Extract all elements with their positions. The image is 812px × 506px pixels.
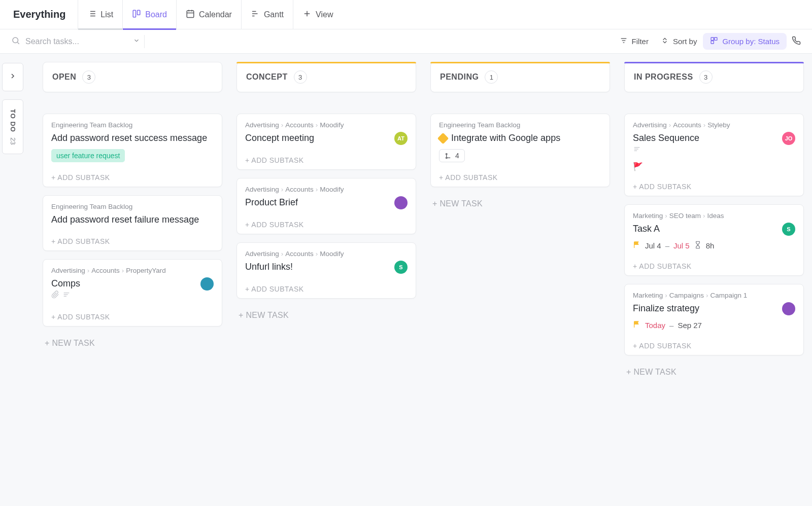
- assignee-avatar[interactable]: [782, 302, 795, 315]
- chevron-right-icon: ›: [281, 121, 284, 129]
- card-breadcrumb: Marketing›Campaigns›Campaign 1: [633, 292, 795, 299]
- tab-label: Calendar: [199, 10, 232, 19]
- add-subtask-button[interactable]: + ADD SUBTASK: [245, 152, 408, 164]
- tab-list[interactable]: List: [78, 0, 122, 29]
- card-title: Integrate with Google apps: [439, 132, 560, 144]
- task-card[interactable]: Advertising›Accounts›MoodifyUnfurl links…: [236, 242, 416, 299]
- card-title: Concept meeting: [245, 132, 314, 144]
- due-date[interactable]: Sep 27: [678, 321, 702, 330]
- task-card[interactable]: Marketing›SEO team›IdeasTask ASJul 4–Jul…: [624, 204, 804, 276]
- new-task-button[interactable]: + NEW TASK: [430, 195, 610, 212]
- task-card[interactable]: Marketing›Campaigns›Campaign 1Finalize s…: [624, 284, 804, 355]
- column-header[interactable]: IN PROGRESS3: [624, 62, 804, 92]
- vertical-group-todo[interactable]: TO DO 23: [2, 99, 23, 154]
- task-card[interactable]: Engineering Team BacklogAdd password res…: [43, 114, 222, 187]
- assignee-avatar[interactable]: S: [782, 223, 795, 236]
- add-subtask-button[interactable]: + ADD SUBTASK: [245, 281, 408, 293]
- breadcrumb-item: Engineering Team Backlog: [51, 121, 132, 129]
- sort-icon: [661, 37, 669, 46]
- add-subtask-button[interactable]: + ADD SUBTASK: [51, 169, 214, 182]
- task-card[interactable]: Engineering Team BacklogAdd password res…: [43, 195, 222, 250]
- start-date[interactable]: Today: [645, 321, 665, 330]
- column-count: 3: [294, 70, 307, 84]
- add-subtask-button[interactable]: + ADD SUBTASK: [633, 178, 795, 191]
- calendar-icon: [186, 9, 195, 20]
- flag-icon[interactable]: 🚩: [633, 162, 643, 171]
- phone-button[interactable]: [792, 36, 801, 47]
- new-task-button[interactable]: + NEW TASK: [43, 335, 222, 352]
- search-expand[interactable]: [129, 35, 145, 48]
- add-subtask-button[interactable]: + ADD SUBTASK: [51, 309, 214, 321]
- task-card[interactable]: Advertising›Accounts›MoodifyConcept meet…: [236, 114, 416, 170]
- add-subtask-button[interactable]: + ADD SUBTASK: [439, 169, 601, 182]
- column-header[interactable]: CONCEPT3: [236, 62, 416, 92]
- group-by-button[interactable]: Group by: Status: [703, 33, 787, 50]
- column-body: Engineering Team BacklogAdd password res…: [43, 114, 222, 352]
- due-date[interactable]: Jul 5: [673, 241, 690, 250]
- plus-icon: [302, 9, 312, 20]
- card-title: Comps: [51, 277, 80, 302]
- card-breadcrumb: Advertising›Accounts›Moodify: [245, 250, 408, 258]
- tab-board[interactable]: Board: [122, 0, 176, 29]
- column-header[interactable]: PENDING1: [430, 62, 610, 92]
- chevron-right-icon: ›: [703, 121, 706, 129]
- flag-icon[interactable]: [633, 241, 641, 251]
- expand-groups-button[interactable]: [2, 63, 23, 91]
- add-subtask-button[interactable]: + ADD SUBTASK: [245, 216, 408, 229]
- left-rail: TO DO 23: [0, 54, 25, 506]
- subtask-count-pill[interactable]: 4: [439, 149, 465, 162]
- breadcrumb-item: Marketing: [633, 212, 663, 220]
- chevron-right-icon: ›: [122, 267, 124, 274]
- column-count: 3: [82, 70, 95, 84]
- svg-line-18: [17, 42, 19, 44]
- breadcrumb-item: Advertising: [245, 186, 279, 193]
- search-input[interactable]: [25, 37, 127, 46]
- chevron-right-icon: [9, 72, 17, 82]
- svg-rect-7: [138, 10, 140, 15]
- tab-calendar[interactable]: Calendar: [176, 0, 241, 29]
- time-estimate[interactable]: 8h: [706, 241, 715, 250]
- start-date[interactable]: Jul 4: [645, 241, 661, 250]
- card-title-row: Finalize strategy: [633, 302, 795, 315]
- assignee-avatar[interactable]: JO: [782, 132, 795, 145]
- column-header[interactable]: OPEN3: [43, 62, 222, 92]
- column-title: CONCEPT: [246, 73, 288, 82]
- card-breadcrumb: Engineering Team Backlog: [51, 203, 214, 210]
- column-color-bar: [430, 62, 610, 63]
- tab-label: Board: [145, 10, 167, 19]
- tab-add-view[interactable]: View: [293, 0, 342, 29]
- sort-button[interactable]: Sort by: [655, 33, 703, 49]
- new-task-button[interactable]: + NEW TASK: [236, 307, 416, 324]
- hourglass-icon: [694, 241, 702, 250]
- view-tabs: List Board Calendar Gantt View: [78, 0, 342, 29]
- assignee-avatar[interactable]: S: [394, 261, 408, 274]
- task-card[interactable]: Advertising›Accounts›MoodifyProduct Brie…: [236, 178, 416, 234]
- task-card[interactable]: Engineering Team BacklogIntegrate with G…: [430, 114, 610, 187]
- add-subtask-button[interactable]: + ADD SUBTASK: [633, 338, 795, 350]
- tab-label: Gantt: [264, 10, 284, 19]
- flag-icon[interactable]: [633, 320, 641, 331]
- assignee-avatar[interactable]: [200, 277, 214, 291]
- card-title: Product Brief: [245, 196, 298, 208]
- assignee-avatar[interactable]: [394, 196, 408, 209]
- assignee-avatar[interactable]: AT: [394, 132, 408, 145]
- new-task-button[interactable]: + NEW TASK: [624, 364, 804, 381]
- board-icon: [132, 9, 141, 20]
- task-card[interactable]: Advertising›Accounts›PropertyYardComps +…: [43, 259, 222, 327]
- card-title-row: Add password reset failure message: [51, 213, 214, 226]
- add-subtask-button[interactable]: + ADD SUBTASK: [51, 233, 214, 245]
- sort-label: Sort by: [673, 37, 697, 46]
- task-card[interactable]: Advertising›Accounts›StylebySales Sequen…: [624, 114, 804, 196]
- card-title: Finalize strategy: [633, 302, 699, 314]
- column-color-bar: [236, 62, 416, 63]
- filter-button[interactable]: Filter: [614, 33, 655, 49]
- group-label: Group by: Status: [722, 37, 780, 46]
- group-label: TO DO: [9, 109, 17, 132]
- chevron-right-icon: ›: [281, 186, 284, 193]
- breadcrumb-item: Moodify: [320, 186, 344, 193]
- svg-rect-8: [187, 11, 194, 18]
- card-tag[interactable]: user feature request: [51, 149, 125, 162]
- tab-gantt[interactable]: Gantt: [241, 0, 293, 29]
- column-body: Engineering Team BacklogIntegrate with G…: [430, 114, 610, 212]
- add-subtask-button[interactable]: + ADD SUBTASK: [633, 258, 795, 270]
